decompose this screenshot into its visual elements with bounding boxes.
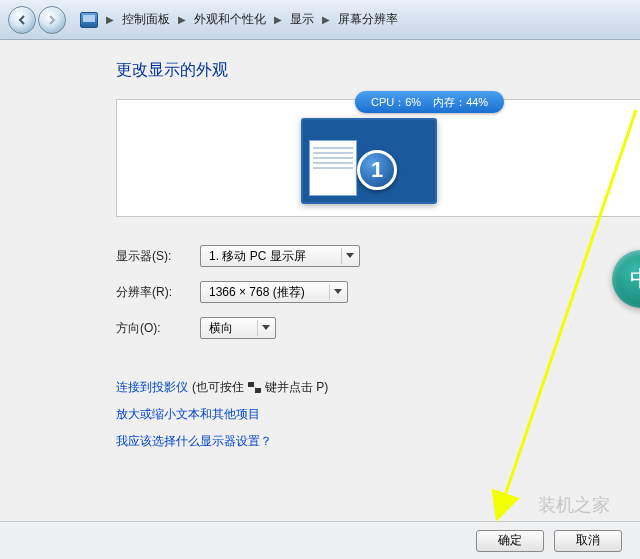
chevron-right-icon: ▶	[174, 14, 190, 25]
links-section: 连接到投影仪 (也可按住 键并点击 P) 放大或缩小文本和其他项目 我应该选择什…	[116, 379, 640, 450]
resolution-label: 分辨率(R):	[116, 284, 200, 301]
back-button[interactable]	[8, 6, 36, 34]
toolbar: ▶ 控制面板 ▶ 外观和个性化 ▶ 显示 ▶ 屏幕分辨率	[0, 0, 640, 40]
breadcrumb-item[interactable]: 屏幕分辨率	[338, 11, 398, 28]
chevron-right-icon: ▶	[318, 14, 334, 25]
breadcrumb-item[interactable]: 外观和个性化	[194, 11, 266, 28]
resolution-dropdown[interactable]: 1366 × 768 (推荐)	[200, 281, 348, 303]
monitor-id-badge: 1	[357, 150, 397, 190]
monitor-icon	[80, 12, 98, 28]
chevron-down-icon	[257, 320, 273, 336]
content-area: 更改显示的外观 CPU：6% 内存：44% 1 显示器(S): 1. 移动 PC…	[0, 40, 640, 521]
ok-button[interactable]: 确定	[476, 530, 544, 552]
projector-note-2: 键并点击 P)	[265, 379, 328, 396]
arrow-right-icon	[46, 14, 58, 26]
breadcrumb-item[interactable]: 控制面板	[122, 11, 170, 28]
monitor-thumbnail[interactable]: 1	[301, 118, 437, 204]
windows-key-icon	[248, 382, 261, 393]
breadcrumb-item[interactable]: 显示	[290, 11, 314, 28]
projector-note: (也可按住	[192, 379, 244, 396]
orientation-label: 方向(O):	[116, 320, 200, 337]
display-label: 显示器(S):	[116, 248, 200, 265]
system-status-pill: CPU：6% 内存：44%	[355, 91, 504, 113]
chevron-right-icon: ▶	[102, 14, 118, 25]
projector-link[interactable]: 连接到投影仪	[116, 379, 188, 396]
chevron-right-icon: ▶	[270, 14, 286, 25]
text-size-link[interactable]: 放大或缩小文本和其他项目	[116, 406, 260, 423]
chevron-down-icon	[329, 284, 345, 300]
resolution-value: 1366 × 768 (推荐)	[209, 284, 305, 301]
memory-usage: 内存：44%	[433, 95, 488, 110]
forward-button[interactable]	[38, 6, 66, 34]
monitor-screen-icon	[309, 140, 357, 196]
monitor-preview-area: CPU：6% 内存：44% 1	[116, 99, 640, 217]
settings-form: 显示器(S): 1. 移动 PC 显示屏 分辨率(R): 1366 × 768 …	[116, 245, 640, 339]
cancel-button[interactable]: 取消	[554, 530, 622, 552]
breadcrumb: ▶ 控制面板 ▶ 外观和个性化 ▶ 显示 ▶ 屏幕分辨率	[80, 11, 398, 28]
cpu-usage: CPU：6%	[371, 95, 421, 110]
chevron-down-icon	[341, 248, 357, 264]
button-bar: 确定 取消	[0, 521, 640, 559]
orientation-value: 横向	[209, 320, 233, 337]
display-value: 1. 移动 PC 显示屏	[209, 248, 306, 265]
display-dropdown[interactable]: 1. 移动 PC 显示屏	[200, 245, 360, 267]
page-title: 更改显示的外观	[116, 60, 640, 81]
nav-buttons	[8, 6, 66, 34]
orientation-dropdown[interactable]: 横向	[200, 317, 276, 339]
which-display-link[interactable]: 我应该选择什么显示器设置？	[116, 433, 272, 450]
arrow-left-icon	[16, 14, 28, 26]
